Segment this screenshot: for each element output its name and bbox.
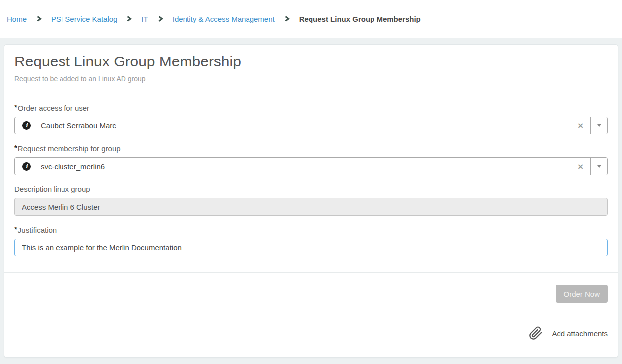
order-user-select[interactable]: i Caubet Serrabou Marc ×: [14, 117, 608, 134]
breadcrumb-link-it[interactable]: IT: [141, 15, 148, 23]
breadcrumb-current: Request Linux Group Membership: [299, 15, 421, 23]
order-now-button[interactable]: Order Now: [556, 285, 608, 303]
justification-input[interactable]: [14, 239, 608, 256]
page-title: Request Linux Group Membership: [14, 52, 608, 70]
field-justification: *Justification: [14, 226, 608, 256]
caret-down-icon: [597, 124, 601, 127]
request-form-card: Request Linux Group Membership Request t…: [4, 44, 618, 358]
field-label: *Order access for user: [14, 104, 608, 113]
dropdown-toggle[interactable]: [590, 158, 607, 175]
required-marker: *: [14, 103, 17, 111]
clear-selection-icon[interactable]: ×: [578, 162, 583, 171]
info-icon: i: [22, 162, 31, 171]
actions-bar: Order Now: [4, 272, 618, 313]
caret-down-icon: [597, 165, 601, 168]
dropdown-toggle[interactable]: [590, 117, 607, 134]
field-label: *Request membership for group: [14, 144, 608, 153]
field-order-access-for-user: *Order access for user i Caubet Serrabou…: [14, 104, 608, 134]
add-attachments-label[interactable]: Add attachments: [552, 329, 608, 338]
info-icon: i: [22, 121, 31, 130]
chevron-right-icon: [126, 15, 132, 22]
breadcrumb-link-psi-service-katalog[interactable]: PSI Service Katalog: [51, 15, 117, 23]
breadcrumb: Home PSI Service Katalog IT Identity & A…: [0, 0, 622, 38]
field-label-text: Order access for user: [18, 104, 89, 112]
group-selected-value: svc-cluster_merlin6: [41, 162, 578, 171]
group-select[interactable]: i svc-cluster_merlin6 ×: [14, 157, 608, 175]
paperclip-icon[interactable]: [529, 326, 543, 340]
field-request-membership-for-group: *Request membership for group i svc-clus…: [14, 144, 608, 175]
field-description-linux-group: Description linux group: [14, 185, 608, 216]
attachments-bar: Add attachments: [4, 313, 618, 353]
order-user-selected-value: Caubet Serrabou Marc: [41, 121, 578, 130]
field-label-text: Justification: [18, 226, 57, 234]
form-body: *Order access for user i Caubet Serrabou…: [4, 91, 618, 272]
required-marker: *: [14, 225, 17, 233]
page-subtitle: Request to be added to an Linux AD group: [14, 75, 608, 83]
clear-selection-icon[interactable]: ×: [578, 121, 583, 130]
description-linux-group-input: [14, 198, 608, 216]
chevron-right-icon: [36, 15, 42, 22]
breadcrumb-link-identity-access-management[interactable]: Identity & Access Management: [173, 15, 275, 23]
chevron-right-icon: [157, 15, 164, 22]
field-label-text: Request membership for group: [18, 144, 121, 153]
card-header: Request Linux Group Membership Request t…: [4, 45, 618, 91]
field-label-text: Description linux group: [14, 185, 90, 193]
breadcrumb-link-home[interactable]: Home: [7, 15, 27, 23]
field-label: *Justification: [14, 226, 608, 235]
chevron-right-icon: [284, 15, 290, 22]
required-marker: *: [14, 143, 17, 152]
field-label: Description linux group: [14, 185, 608, 194]
